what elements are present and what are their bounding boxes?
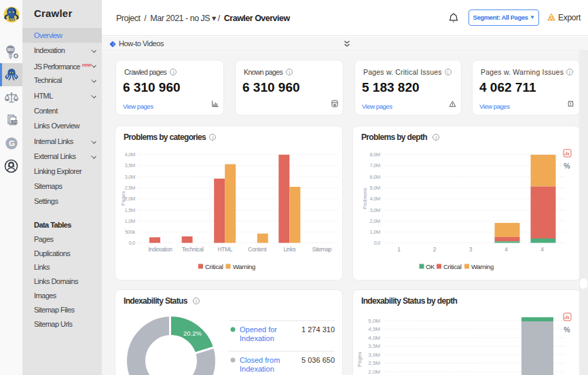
svg-text:5,0M: 5,0M xyxy=(368,318,380,324)
svg-text:20.2%: 20.2% xyxy=(183,329,202,337)
svg-text:Sitemap: Sitemap xyxy=(312,246,332,253)
svg-text:Warning: Warning xyxy=(471,263,494,270)
svg-text:3,0M: 3,0M xyxy=(370,207,381,213)
svg-text:Opened for: Opened for xyxy=(240,325,277,334)
svg-text:Warning: Warning xyxy=(233,263,255,270)
svg-text:6,0M: 6,0M xyxy=(370,174,381,180)
svg-text:7,0M: 7,0M xyxy=(370,162,381,168)
svg-text:0,0: 0,0 xyxy=(373,240,380,246)
svg-text:4: 4 xyxy=(504,246,508,253)
svg-text:3,0M: 3,0M xyxy=(125,174,136,180)
svg-text:Indexation: Indexation xyxy=(240,365,274,373)
svg-text:5 036 650: 5 036 650 xyxy=(301,356,335,364)
svg-text:Critical: Critical xyxy=(443,263,462,270)
svg-text:%: % xyxy=(564,162,570,170)
svg-text:%: % xyxy=(564,325,570,334)
svg-text:SEO: SEO xyxy=(7,48,14,52)
svg-text:Pages: Pages xyxy=(120,191,126,206)
svg-text:3,5M: 3,5M xyxy=(125,162,136,168)
svg-text:2,0M: 2,0M xyxy=(370,218,381,224)
svg-text:4,0M: 4,0M xyxy=(125,151,136,158)
svg-text:1,0M: 1,0M xyxy=(125,218,136,224)
svg-text:Indexation: Indexation xyxy=(148,246,172,253)
svg-text:LOG: LOG xyxy=(11,120,17,124)
svg-text:4,0M: 4,0M xyxy=(368,335,380,341)
svg-text:HTML: HTML xyxy=(217,246,232,253)
svg-text:1 274 310: 1 274 310 xyxy=(301,325,335,334)
svg-text:3,0M: 3,0M xyxy=(368,352,380,358)
svg-text:Problems: Problems xyxy=(362,188,368,209)
svg-text:3,5M: 3,5M xyxy=(368,343,380,349)
svg-text:4,0M: 4,0M xyxy=(370,196,381,202)
svg-text:Indexation: Indexation xyxy=(240,334,274,342)
svg-text:Pages: Pages xyxy=(356,352,363,368)
svg-text:Content: Content xyxy=(248,246,267,253)
svg-text:OK: OK xyxy=(426,263,435,270)
svg-text:5,0M: 5,0M xyxy=(370,185,381,191)
svg-text:0,0: 0,0 xyxy=(128,240,135,246)
svg-text:2,0M: 2,0M xyxy=(368,369,380,375)
svg-text:8,0M: 8,0M xyxy=(370,151,381,158)
svg-text:2: 2 xyxy=(433,246,437,253)
svg-text:1,0M: 1,0M xyxy=(370,229,381,235)
svg-text:Closed from: Closed from xyxy=(240,356,280,364)
svg-text:G: G xyxy=(8,139,14,147)
svg-text:4: 4 xyxy=(540,246,544,253)
svg-text:500k: 500k xyxy=(125,229,136,235)
svg-text:Critical: Critical xyxy=(205,263,223,270)
svg-text:Technical: Technical xyxy=(182,246,204,253)
svg-text:4,5M: 4,5M xyxy=(368,326,380,332)
svg-text:Links: Links xyxy=(283,246,295,253)
svg-text:1: 1 xyxy=(397,246,401,253)
svg-text:1,5M: 1,5M xyxy=(125,207,136,213)
svg-text:2,5M: 2,5M xyxy=(125,185,136,191)
svg-text:2,5M: 2,5M xyxy=(368,360,380,366)
svg-text:3: 3 xyxy=(469,246,473,253)
